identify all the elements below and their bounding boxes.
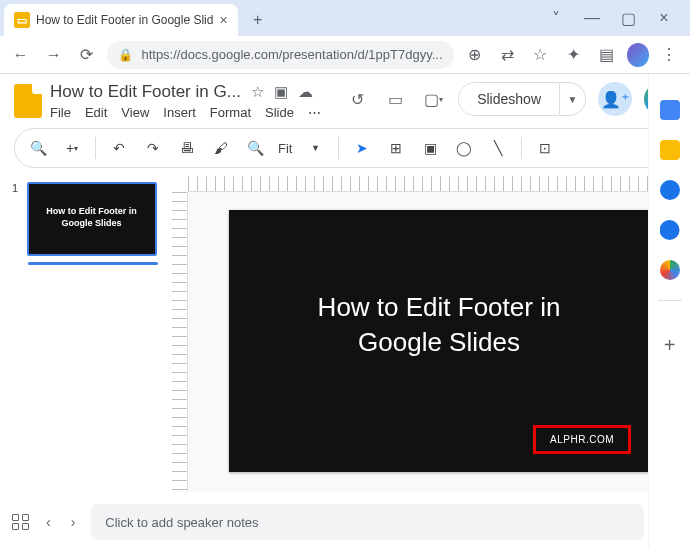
zoom-select[interactable]: Fit	[278, 141, 292, 156]
browser-profile-avatar[interactable]	[627, 43, 649, 67]
new-slide-icon[interactable]: +▾	[61, 137, 83, 159]
work-area: 1 How to Edit Footer in Google Slides Ho…	[0, 168, 690, 488]
slide-canvas[interactable]: How to Edit Footer in Google Slides ALPH…	[188, 192, 690, 492]
speaker-notes-input[interactable]: Click to add speaker notes	[91, 504, 644, 540]
tab-close-icon[interactable]: ×	[219, 12, 227, 28]
reader-icon[interactable]: ▤	[594, 41, 619, 69]
slideshow-button[interactable]: Slideshow	[458, 82, 560, 116]
slide-title-text[interactable]: How to Edit Footer in Google Slides	[229, 290, 649, 360]
browser-menu-icon[interactable]: ⋮	[657, 41, 682, 69]
window-maximize-icon[interactable]: ▢	[614, 4, 642, 32]
zoom-icon[interactable]: 🔍	[244, 137, 266, 159]
speaker-notes-placeholder: Click to add speaker notes	[105, 515, 258, 530]
search-icon[interactable]: ⊕	[462, 41, 487, 69]
extensions-icon[interactable]: ✦	[561, 41, 586, 69]
slide-footer-highlight[interactable]: ALPHR.COM	[533, 425, 631, 454]
transition-icon[interactable]: ⊡	[534, 137, 556, 159]
toolbar: 🔍 +▾ ↶ ↷ 🖶 🖌 🔍 Fit ▼ ➤ ⊞ ▣ ◯ ╲ ⊡ ˄	[14, 128, 676, 168]
back-button[interactable]: ←	[8, 41, 33, 69]
redo-icon[interactable]: ↷	[142, 137, 164, 159]
thumbnail-selection-bar	[28, 262, 158, 265]
address-bar: ← → ⟳ 🔒 https://docs.google.com/presenta…	[0, 36, 690, 74]
move-icon[interactable]: ▣	[274, 83, 288, 101]
paint-format-icon[interactable]: 🖌	[210, 137, 232, 159]
bookmark-icon[interactable]: ☆	[528, 41, 553, 69]
comments-icon[interactable]: ▭	[382, 86, 408, 112]
zoom-dropdown-icon[interactable]: ▼	[304, 137, 326, 159]
search-tool-icon[interactable]: 🔍	[27, 137, 49, 159]
menu-bar: File Edit View Insert Format Slide ⋯	[50, 105, 321, 120]
keep-icon[interactable]	[660, 140, 680, 160]
cloud-icon[interactable]: ☁	[298, 83, 313, 101]
menu-slide[interactable]: Slide	[265, 105, 294, 120]
menu-file[interactable]: File	[50, 105, 71, 120]
tab-title: How to Edit Footer in Google Slid	[36, 13, 213, 27]
bottom-bar: ‹ › Click to add speaker notes	[12, 504, 644, 540]
window-close-icon[interactable]: ×	[650, 4, 678, 32]
horizontal-ruler	[188, 176, 684, 192]
maps-icon[interactable]	[660, 260, 680, 280]
tasks-icon[interactable]	[660, 180, 680, 200]
menu-format[interactable]: Format	[210, 105, 251, 120]
select-tool-icon[interactable]: ➤	[351, 137, 373, 159]
history-icon[interactable]: ↺	[344, 86, 370, 112]
document-title[interactable]: How to Edit Footer in G...	[50, 82, 241, 102]
reload-button[interactable]: ⟳	[74, 41, 99, 69]
vertical-ruler	[172, 192, 188, 492]
filmstrip: 1 How to Edit Footer in Google Slides	[12, 176, 172, 488]
url-field[interactable]: 🔒 https://docs.google.com/presentation/d…	[107, 41, 453, 69]
browser-tab[interactable]: ▭ How to Edit Footer in Google Slid ×	[4, 4, 238, 36]
slideshow-dropdown[interactable]: ▼	[560, 82, 586, 116]
menu-more[interactable]: ⋯	[308, 105, 321, 120]
add-on-icon[interactable]: +	[664, 334, 676, 357]
image-icon[interactable]: ▣	[419, 137, 441, 159]
new-tab-button[interactable]: +	[244, 6, 272, 34]
canvas-wrap: How to Edit Footer in Google Slides ALPH…	[172, 176, 690, 488]
meet-icon[interactable]: ▢▾	[420, 86, 446, 112]
side-panel: +	[648, 74, 690, 548]
menu-edit[interactable]: Edit	[85, 105, 107, 120]
forward-button[interactable]: →	[41, 41, 66, 69]
print-icon[interactable]: 🖶	[176, 137, 198, 159]
prev-slide-button[interactable]: ‹	[46, 514, 51, 530]
next-slide-button[interactable]: ›	[71, 514, 76, 530]
undo-icon[interactable]: ↶	[108, 137, 130, 159]
app-header: How to Edit Footer in G... ☆ ▣ ☁ File Ed…	[0, 74, 690, 120]
calendar-icon[interactable]	[660, 100, 680, 120]
slide-number: 1	[12, 182, 18, 194]
contacts-icon[interactable]	[660, 220, 680, 240]
menu-insert[interactable]: Insert	[163, 105, 196, 120]
slide-thumbnail[interactable]: How to Edit Footer in Google Slides	[27, 182, 157, 256]
star-icon[interactable]: ☆	[251, 83, 264, 101]
line-icon[interactable]: ╲	[487, 137, 509, 159]
share-button[interactable]: 👤⁺	[598, 82, 632, 116]
slide[interactable]: How to Edit Footer in Google Slides ALPH…	[229, 210, 649, 472]
chevron-down-icon[interactable]: ˅	[542, 4, 570, 32]
slides-favicon: ▭	[14, 12, 30, 28]
grid-view-icon[interactable]	[12, 514, 30, 530]
textbox-icon[interactable]: ⊞	[385, 137, 407, 159]
url-text: https://docs.google.com/presentation/d/1…	[141, 47, 442, 62]
slides-logo[interactable]	[14, 84, 42, 118]
translate-icon[interactable]: ⇄	[495, 41, 520, 69]
menu-view[interactable]: View	[121, 105, 149, 120]
window-titlebar: ▭ How to Edit Footer in Google Slid × + …	[0, 0, 690, 36]
window-minimize-icon[interactable]: —	[578, 4, 606, 32]
lock-icon: 🔒	[118, 48, 133, 62]
shape-icon[interactable]: ◯	[453, 137, 475, 159]
